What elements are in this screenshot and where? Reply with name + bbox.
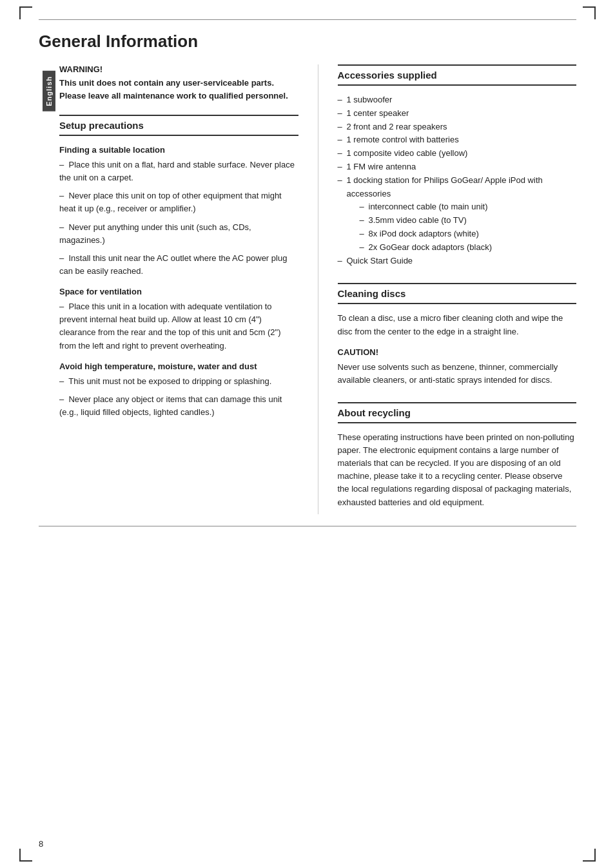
avoid-title: Avoid high temperature, moisture, water …: [59, 362, 298, 371]
page-title: General Information: [39, 32, 576, 52]
recycling-body: These operating instructions have been p…: [338, 431, 577, 509]
avoid-item-2: – Never place any object or items that c…: [59, 393, 298, 419]
warning-title: WARNING!: [59, 64, 298, 74]
avoid-item-1: – This unit must not be exposed to dripp…: [59, 375, 298, 388]
finding-item-4: – Install this unit near the AC outlet w…: [59, 252, 298, 278]
accessory-item-8: Quick Start Guide: [338, 255, 577, 268]
accessories-section-title: Accessories supplied: [338, 70, 577, 81]
accessory-item-5: 1 composite video cable (yellow): [338, 147, 577, 160]
ventilation-title: Space for ventilation: [59, 287, 298, 296]
corner-mark-tl: [19, 6, 32, 19]
sidebar: English: [39, 64, 59, 514]
sidebar-label: English: [43, 71, 55, 111]
sub-item-1: interconnect cable (to main unit): [360, 200, 577, 214]
caution-body: Never use solvents such as benzene, thin…: [338, 361, 577, 387]
corner-mark-br: [583, 849, 596, 862]
accessories-sub-list: interconnect cable (to main unit) 3.5mm …: [347, 200, 577, 254]
finding-item-3: – Never put anything under this unit (su…: [59, 221, 298, 247]
finding-title: Finding a suitable location: [59, 145, 298, 155]
corner-mark-bl: [19, 849, 32, 862]
warning-block: WARNING! This unit does not contain any …: [59, 64, 298, 102]
cleaning-section-header: Cleaning discs: [338, 283, 577, 304]
cleaning-body: To clean a disc, use a micro fiber clean…: [338, 312, 577, 338]
corner-mark-tr: [583, 6, 596, 19]
sub-item-4: 2x GoGear dock adaptors (black): [360, 241, 577, 255]
accessory-item-7: 1 docking station for Philips GoGear/ Ap…: [338, 174, 577, 255]
main-layout: English WARNING! This unit does not cont…: [39, 64, 576, 514]
accessory-item-6: 1 FM wire antenna: [338, 160, 577, 174]
accessories-section-header: Accessories supplied: [338, 64, 577, 86]
cleaning-section-title: Cleaning discs: [338, 288, 577, 299]
right-column: Accessories supplied 1 subwoofer 1 cente…: [318, 64, 577, 514]
ventilation-body: – Place this unit in a location with ade…: [59, 300, 298, 352]
accessory-item-2: 1 center speaker: [338, 107, 577, 121]
finding-item-1: – Place this unit on a flat, hard and st…: [59, 159, 298, 184]
page-number: 8: [39, 839, 43, 849]
setup-section-title: Setup precautions: [59, 120, 298, 131]
top-rule: [39, 19, 576, 20]
warning-body: This unit does not contain any user-serv…: [59, 77, 298, 102]
left-column: WARNING! This unit does not contain any …: [59, 64, 318, 514]
recycling-section-title: About recycling: [338, 407, 577, 418]
recycling-section-header: About recycling: [338, 402, 577, 423]
bottom-rule: [39, 526, 576, 526]
sub-item-2: 3.5mm video cable (to TV): [360, 214, 577, 227]
accessory-item-1: 1 subwoofer: [338, 93, 577, 107]
accessories-list: 1 subwoofer 1 center speaker 2 front and…: [338, 93, 577, 267]
sub-item-3: 8x iPod dock adaptors (white): [360, 227, 577, 241]
accessory-item-3: 2 front and 2 rear speakers: [338, 121, 577, 134]
finding-item-2: – Never place this unit on top of other …: [59, 189, 298, 215]
accessory-item-4: 1 remote control with batteries: [338, 133, 577, 147]
caution-title: CAUTION!: [338, 347, 577, 357]
setup-section-header: Setup precautions: [59, 115, 298, 136]
